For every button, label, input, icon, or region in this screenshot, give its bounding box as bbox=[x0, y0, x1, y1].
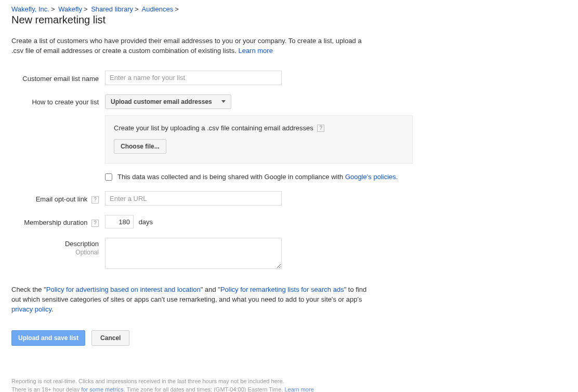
breadcrumb: Wakefly, Inc.> Wakefly> Shared library> … bbox=[11, 5, 567, 13]
choose-file-button[interactable]: Choose file... bbox=[114, 139, 166, 154]
row-how-create: How to create your list Upload customer … bbox=[11, 94, 567, 164]
row-duration: Membership duration ? days bbox=[11, 215, 567, 228]
breadcrumb-link[interactable]: Audiences bbox=[142, 5, 174, 13]
breadcrumb-sep: > bbox=[135, 5, 139, 13]
policy-paragraph: Check the "Policy for advertising based … bbox=[11, 285, 375, 315]
breadcrumb-link[interactable]: Shared library bbox=[91, 5, 133, 13]
learn-more-link[interactable]: Learn more bbox=[238, 47, 272, 55]
cancel-button[interactable]: Cancel bbox=[91, 330, 129, 346]
footer-note: Reporting is not real-time. Clicks and i… bbox=[11, 377, 479, 392]
help-icon[interactable]: ? bbox=[91, 196, 99, 204]
row-optout: Email opt-out link ? bbox=[11, 191, 567, 206]
label-list-name: Customer email list name bbox=[11, 73, 105, 83]
some-metrics-link[interactable]: for some metrics bbox=[81, 386, 123, 392]
breadcrumb-sep: > bbox=[51, 5, 55, 13]
row-description: Description Optional bbox=[11, 238, 567, 271]
breadcrumb-link[interactable]: Wakefly bbox=[58, 5, 82, 13]
policy-rlsa-link[interactable]: Policy for remarketing lists for search … bbox=[220, 286, 344, 293]
label-duration: Membership duration ? bbox=[11, 217, 105, 227]
row-list-name: Customer email list name bbox=[11, 71, 567, 85]
optout-url-input[interactable] bbox=[105, 191, 282, 206]
list-name-input[interactable] bbox=[105, 71, 282, 85]
consent-row: This data was collected and is being sha… bbox=[105, 173, 567, 181]
breadcrumb-sep: > bbox=[175, 5, 179, 13]
action-row: Upload and save list Cancel bbox=[11, 330, 567, 346]
footer-learn-more-link[interactable]: Learn more bbox=[285, 386, 314, 392]
help-icon[interactable]: ? bbox=[317, 125, 324, 132]
upload-save-button[interactable]: Upload and save list bbox=[11, 330, 85, 346]
footer-note-line2: There is an 18+ hour delay for some metr… bbox=[11, 385, 479, 392]
consent-text: This data was collected and is being sha… bbox=[117, 173, 398, 181]
intro-text: Create a list of customers who have prov… bbox=[11, 36, 375, 56]
label-optout: Email opt-out link ? bbox=[11, 193, 105, 204]
upload-panel-text: Create your list by uploading a .csv fil… bbox=[114, 124, 404, 132]
breadcrumb-sep: > bbox=[84, 5, 88, 13]
footer-note-line1: Reporting is not real-time. Clicks and i… bbox=[11, 377, 479, 386]
how-create-dropdown[interactable]: Upload customer email addresses bbox=[105, 94, 231, 109]
dropdown-selected: Upload customer email addresses bbox=[111, 98, 212, 105]
page-title: New remarketing list bbox=[11, 14, 567, 26]
policy-interest-link[interactable]: Policy for advertising based on interest… bbox=[46, 286, 201, 293]
help-icon[interactable]: ? bbox=[91, 220, 99, 227]
label-how-create: How to create your list bbox=[11, 94, 105, 106]
privacy-policy-link[interactable]: privacy policy bbox=[11, 305, 51, 313]
intro-body: Create a list of customers who have prov… bbox=[11, 37, 362, 55]
breadcrumb-link[interactable]: Wakefly, Inc. bbox=[11, 5, 49, 13]
duration-unit: days bbox=[139, 218, 153, 226]
google-policies-link[interactable]: Google's policies bbox=[345, 173, 396, 181]
label-description: Description Optional bbox=[11, 238, 105, 256]
upload-panel: Create your list by uploading a .csv fil… bbox=[105, 115, 413, 164]
label-optional: Optional bbox=[11, 249, 99, 256]
chevron-down-icon bbox=[221, 100, 226, 103]
description-textarea[interactable] bbox=[105, 238, 282, 269]
consent-checkbox[interactable] bbox=[105, 173, 112, 181]
duration-input[interactable] bbox=[105, 215, 134, 228]
